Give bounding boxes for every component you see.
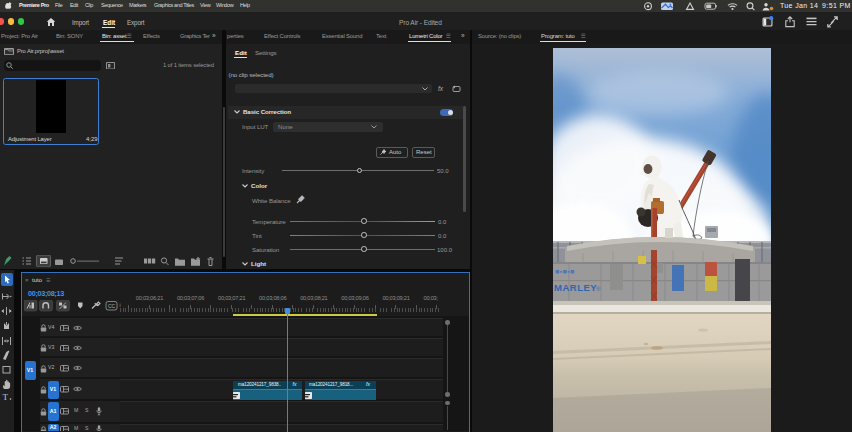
svg-text:T: T xyxy=(3,392,9,401)
svg-text:CC: CC xyxy=(108,302,116,308)
svg-text:MARLEY: MARLEY xyxy=(554,282,597,293)
svg-text:■▪■▪■: ■▪■▪■ xyxy=(555,268,575,275)
svg-text:®: ® xyxy=(596,286,601,292)
